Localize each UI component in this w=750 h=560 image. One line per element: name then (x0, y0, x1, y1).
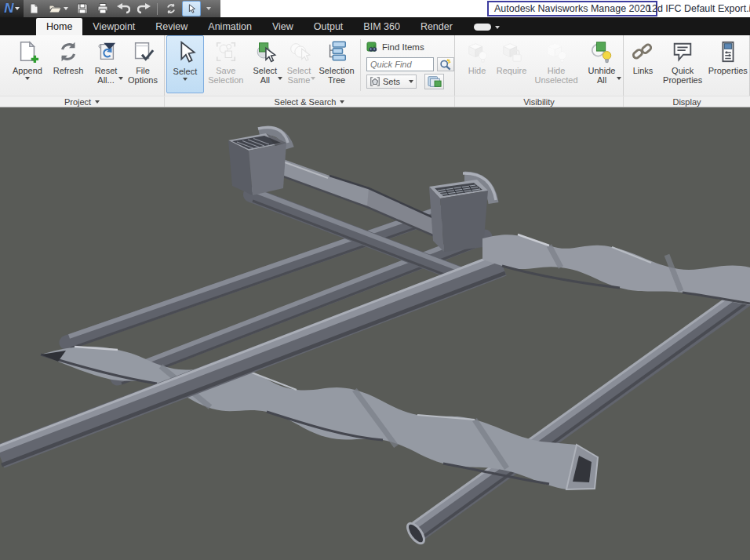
new-document-button[interactable] (24, 1, 43, 16)
refresh-quick-button[interactable] (162, 1, 180, 16)
sets-dropdown[interactable]: Sets (366, 75, 417, 89)
tab-review[interactable]: Review (145, 18, 198, 35)
project-group-footer[interactable]: Project (0, 96, 165, 107)
hide-button[interactable]: Hide (461, 35, 493, 93)
properties-button[interactable]: Properties (706, 35, 749, 93)
tab-home[interactable]: Home (36, 18, 82, 35)
select-all-button[interactable]: Select All (248, 35, 282, 93)
select-all-label: Select All (249, 66, 281, 85)
quick-properties-icon (669, 38, 696, 65)
toolbar-options-arrow-icon (206, 7, 211, 10)
reset-all-icon (93, 38, 119, 65)
tab-viewpoint[interactable]: Viewpoint (82, 18, 145, 35)
refresh-button[interactable]: Refresh (48, 35, 89, 93)
refresh-icon (55, 38, 82, 65)
toolbar-separator (157, 3, 158, 15)
selection-tree-icon (323, 38, 350, 65)
sets-dropdown-arrow-icon (409, 80, 413, 83)
save-selection-button[interactable]: Save Selection (204, 35, 248, 93)
reset-all-label: Reset All... (92, 66, 120, 85)
quick-find-search-icon (439, 58, 453, 71)
select-button[interactable]: Select (166, 35, 204, 93)
group-select-search: Select Save Selection Select All Select … (165, 35, 455, 96)
select-all-icon (252, 38, 279, 65)
find-items-label: Find Items (382, 42, 424, 52)
select-same-label: Select Same (282, 66, 315, 85)
display-group-footer: Display (624, 96, 750, 107)
open-file-button[interactable] (45, 1, 71, 16)
navisworks-logo-icon: N (4, 1, 13, 16)
toolbar-options-button[interactable] (202, 1, 215, 16)
hide-unselected-label: Hide Unselected (532, 66, 581, 85)
ribbon-group-footer: Project Select & Search Visibility Displ… (0, 96, 750, 107)
save-button[interactable] (73, 1, 92, 16)
tab-view[interactable]: View (262, 18, 304, 35)
quick-find-input[interactable] (366, 57, 434, 71)
select-dropdown-icon (183, 78, 188, 81)
select-search-group-label: Select & Search (275, 97, 337, 107)
links-button[interactable]: Links (627, 35, 659, 93)
select-search-group-footer[interactable]: Select & Search (165, 96, 455, 107)
find-items-icon (366, 41, 379, 53)
print-button[interactable] (93, 1, 112, 16)
manage-sets-button[interactable] (424, 74, 444, 89)
save-icon (76, 2, 89, 15)
selection-tree-label: Selection Tree (315, 66, 358, 85)
select-cursor-icon (186, 3, 197, 15)
ribbon-toggle-arrow-icon (495, 26, 500, 29)
save-selection-icon (213, 38, 239, 65)
ribbon-display-toggle[interactable] (474, 24, 500, 31)
quick-find-button[interactable] (437, 57, 454, 71)
hide-unselected-icon (543, 38, 570, 65)
manage-sets-icon (427, 75, 442, 89)
quick-properties-label: Quick Properties (660, 66, 705, 85)
document-title: 12d IFC Default Export.ifc (646, 1, 750, 16)
display-group-label: Display (672, 97, 701, 107)
tab-animation[interactable]: Animation (198, 18, 262, 35)
tab-bim360[interactable]: BIM 360 (353, 18, 410, 35)
find-items-button[interactable]: Find Items (366, 38, 454, 56)
select-label: Select (173, 67, 198, 76)
require-button[interactable]: Require (493, 35, 530, 93)
select-same-icon (286, 38, 312, 65)
group-visibility: Hide Require Hide Unselected Unhide All (455, 35, 624, 96)
select-tool-quick-button[interactable] (182, 1, 201, 16)
redo-button[interactable] (134, 1, 153, 16)
tab-render[interactable]: Render (410, 18, 463, 35)
application-menu-button[interactable]: N (0, 0, 24, 17)
project-group-label: Project (64, 97, 91, 107)
append-button[interactable]: Append (7, 35, 48, 93)
unhide-all-icon (588, 38, 615, 65)
reset-all-button[interactable]: Reset All... (89, 35, 123, 93)
app-title-box: Autodesk Navisworks Manage 2020 (487, 1, 657, 16)
file-options-button[interactable]: File Options (123, 35, 162, 93)
viewport-3d[interactable] (0, 107, 750, 560)
tab-output[interactable]: Output (304, 18, 354, 35)
3d-scene (0, 107, 750, 560)
unhide-all-button[interactable]: Unhide All (582, 35, 621, 93)
unhide-all-label: Unhide All (584, 66, 619, 85)
sets-label: Sets (383, 77, 400, 86)
selection-tree-button[interactable]: Selection Tree (315, 35, 358, 93)
undo-icon (117, 3, 130, 14)
links-icon (629, 38, 656, 65)
redo-icon (137, 3, 151, 14)
quick-properties-button[interactable]: Quick Properties (659, 35, 706, 93)
refresh-label: Refresh (53, 66, 84, 75)
visibility-group-label: Visibility (523, 97, 555, 107)
file-options-label: File Options (125, 66, 161, 85)
quick-access-toolbar: N (0, 0, 220, 17)
select-same-button[interactable]: Select Same (282, 35, 315, 93)
links-label: Links (633, 66, 654, 75)
app-title: Autodesk Navisworks Manage 2020 (494, 3, 650, 14)
group-project: Append Refresh Reset All... File Options (0, 35, 165, 96)
file-options-icon (129, 38, 156, 65)
visibility-group-footer: Visibility (455, 96, 624, 107)
app-menu-arrow-icon (15, 7, 20, 10)
undo-button[interactable] (114, 1, 133, 16)
require-icon (498, 38, 525, 65)
open-dropdown-arrow-icon (64, 7, 68, 10)
select-icon (172, 39, 198, 66)
group-display: Links Quick Properties Properties (624, 35, 750, 96)
hide-unselected-button[interactable]: Hide Unselected (530, 35, 582, 93)
